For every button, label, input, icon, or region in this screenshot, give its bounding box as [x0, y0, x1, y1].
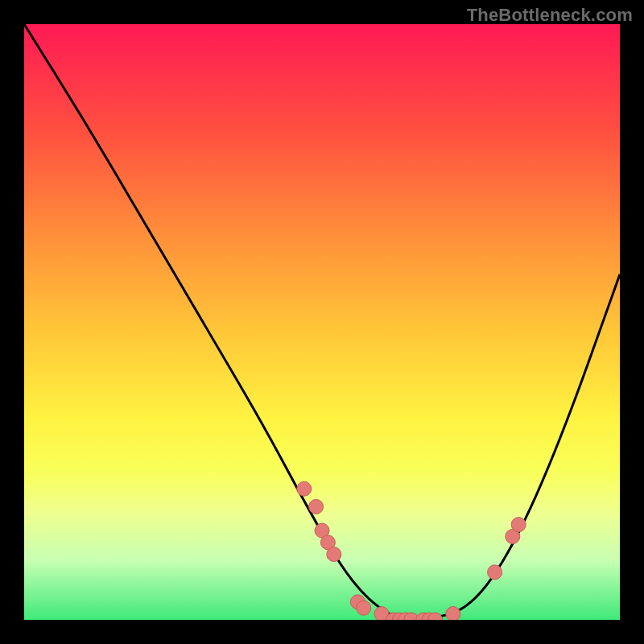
data-points-layer	[297, 481, 526, 620]
data-point	[309, 499, 324, 514]
bottleneck-chart-svg	[24, 24, 620, 620]
plot-area	[24, 24, 620, 620]
data-point	[488, 565, 502, 580]
data-point	[357, 601, 371, 615]
watermark-text: TheBottleneck.com	[467, 5, 633, 26]
data-point	[511, 518, 526, 532]
data-point	[297, 481, 312, 496]
data-point	[327, 547, 341, 562]
data-point	[446, 607, 460, 620]
chart-frame: TheBottleneck.com	[0, 0, 644, 644]
